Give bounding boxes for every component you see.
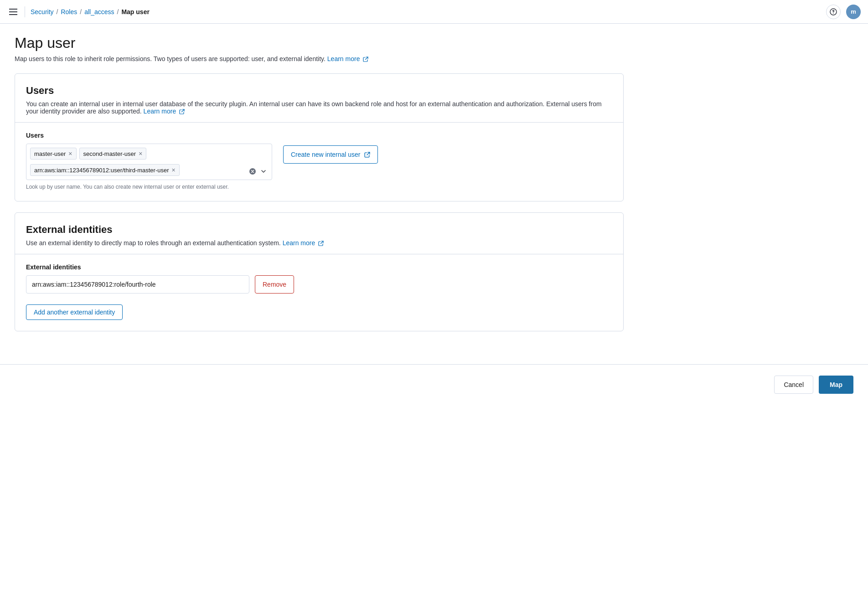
remove-ext-identity-button-0[interactable]: Remove: [255, 275, 294, 294]
tag-third-master-user-label: arn:aws:iam::123456789012:user/third-mas…: [34, 167, 169, 174]
tag-second-master-user-remove[interactable]: ×: [139, 150, 142, 157]
page-description: Map users to this role to inherit role p…: [15, 55, 624, 62]
page-title: Map user: [15, 35, 624, 52]
tag-master-user: master-user ×: [30, 148, 77, 160]
users-combobox: master-user × second-master-user × arn:a…: [26, 144, 272, 190]
hamburger-menu[interactable]: [7, 7, 19, 17]
users-hint: Look up by user name. You can also creat…: [26, 184, 272, 190]
create-user-label: Create new internal user: [291, 151, 361, 158]
breadcrumb-security[interactable]: Security: [31, 8, 54, 15]
create-user-external-link-icon: [364, 152, 370, 158]
tag-second-master-user-label: second-master-user: [83, 150, 136, 157]
ext-identities-learn-more-link[interactable]: Learn more: [283, 239, 324, 247]
chevron-down-icon: [260, 168, 267, 175]
users-learn-more-link[interactable]: Learn more: [144, 108, 185, 115]
breadcrumb-current: Map user: [121, 8, 149, 15]
combobox-clear-button[interactable]: [248, 167, 257, 176]
combobox-controls: [248, 167, 268, 176]
users-field-label: Users: [26, 132, 612, 139]
ext-identity-input-0[interactable]: [26, 275, 249, 294]
users-card-title: Users: [26, 85, 612, 97]
users-external-link-icon: [179, 109, 185, 114]
ext-identity-row-0: Remove: [26, 275, 612, 294]
users-card: Users You can create an internal user in…: [15, 73, 624, 201]
nav-right: m: [826, 5, 861, 19]
tag-second-master-user: second-master-user ×: [79, 148, 147, 160]
add-external-identity-button[interactable]: Add another external identity: [26, 304, 123, 320]
map-button[interactable]: Map: [819, 376, 853, 394]
combobox-dropdown-button[interactable]: [259, 167, 268, 176]
svg-point-1: [833, 13, 834, 14]
users-divider: [15, 122, 623, 123]
top-navigation: Security / Roles / all_access / Map user…: [0, 0, 868, 24]
help-icon: [830, 8, 837, 15]
ext-identities-external-link-icon: [318, 241, 324, 246]
breadcrumb-all-access[interactable]: all_access: [84, 8, 114, 15]
external-link-icon: [363, 57, 368, 62]
cancel-button[interactable]: Cancel: [774, 376, 813, 394]
users-card-desc: You can create an internal user in inter…: [26, 100, 612, 115]
nav-divider: [25, 6, 25, 17]
help-button[interactable]: [826, 5, 841, 19]
tag-third-master-user-remove[interactable]: ×: [172, 167, 176, 173]
users-row: master-user × second-master-user × arn:a…: [26, 144, 612, 190]
footer-actions: Cancel Map: [0, 364, 868, 405]
ext-identities-divider: [15, 254, 623, 254]
users-input-area[interactable]: master-user × second-master-user × arn:a…: [26, 144, 272, 180]
tag-third-master-user: arn:aws:iam::123456789012:user/third-mas…: [30, 164, 180, 176]
external-identities-card: External identities Use an external iden…: [15, 212, 624, 331]
page-content: Map user Map users to this role to inher…: [0, 24, 638, 353]
breadcrumb-sep-3: /: [117, 8, 119, 15]
tag-master-user-remove[interactable]: ×: [68, 150, 72, 157]
tag-master-user-label: master-user: [34, 150, 66, 157]
ext-identities-field-label: External identities: [26, 263, 612, 271]
breadcrumb-sep-1: /: [57, 8, 58, 15]
external-identities-title: External identities: [26, 224, 612, 236]
breadcrumb-roles[interactable]: Roles: [61, 8, 77, 15]
page-learn-more-link[interactable]: Learn more: [327, 55, 368, 62]
avatar[interactable]: m: [846, 5, 861, 19]
breadcrumb: Security / Roles / all_access / Map user: [31, 8, 150, 15]
external-identities-desc: Use an external identity to directly map…: [26, 239, 612, 247]
create-internal-user-button[interactable]: Create new internal user: [283, 145, 378, 164]
clear-icon: [249, 168, 256, 175]
breadcrumb-sep-2: /: [80, 8, 82, 15]
